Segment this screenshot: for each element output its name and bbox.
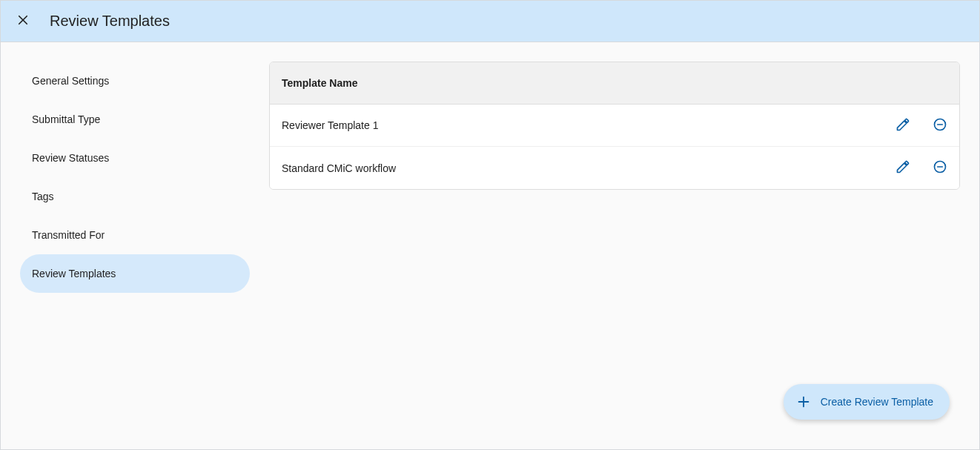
sidebar-item-general-settings[interactable]: General Settings (20, 62, 250, 100)
table-column-header: Template Name (270, 62, 959, 105)
minus-circle-icon (933, 159, 947, 176)
row-actions (895, 159, 947, 176)
fab-label: Create Review Template (821, 396, 933, 408)
close-icon (16, 13, 30, 29)
sidebar-item-label: Transmitted For (32, 229, 105, 241)
dialog-header: Review Templates (1, 1, 979, 42)
row-actions (895, 117, 947, 134)
sidebar-item-label: Review Statuses (32, 152, 109, 164)
remove-button[interactable] (933, 117, 947, 134)
sidebar-item-submittal-type[interactable]: Submittal Type (20, 100, 250, 139)
sidebar-item-label: Tags (32, 191, 54, 202)
sidebar-item-review-statuses[interactable]: Review Statuses (20, 139, 250, 177)
sidebar-item-review-templates[interactable]: Review Templates (20, 254, 250, 293)
edit-button[interactable] (895, 117, 910, 134)
sidebar-item-label: Review Templates (32, 268, 116, 279)
template-name: Reviewer Template 1 (282, 119, 895, 131)
table-row: Standard CMiC workflow (270, 147, 959, 189)
edit-button[interactable] (895, 159, 910, 176)
minus-circle-icon (933, 117, 947, 134)
create-review-template-button[interactable]: Create Review Template (784, 384, 950, 420)
sidebar-item-tags[interactable]: Tags (20, 177, 250, 216)
pencil-icon (895, 159, 910, 176)
remove-button[interactable] (933, 159, 947, 176)
dialog-title: Review Templates (50, 13, 170, 30)
sidebar-item-transmitted-for[interactable]: Transmitted For (20, 216, 250, 254)
settings-sidebar: General Settings Submittal Type Review S… (1, 42, 269, 449)
templates-table: Template Name Reviewer Template 1 (269, 62, 960, 190)
plus-icon (795, 394, 812, 410)
sidebar-item-label: Submittal Type (32, 113, 100, 125)
template-name: Standard CMiC workflow (282, 162, 895, 174)
pencil-icon (895, 117, 910, 134)
close-button[interactable] (14, 13, 32, 30)
sidebar-item-label: General Settings (32, 75, 109, 87)
table-row: Reviewer Template 1 (270, 105, 959, 147)
settings-window: Review Templates General Settings Submit… (0, 0, 980, 450)
